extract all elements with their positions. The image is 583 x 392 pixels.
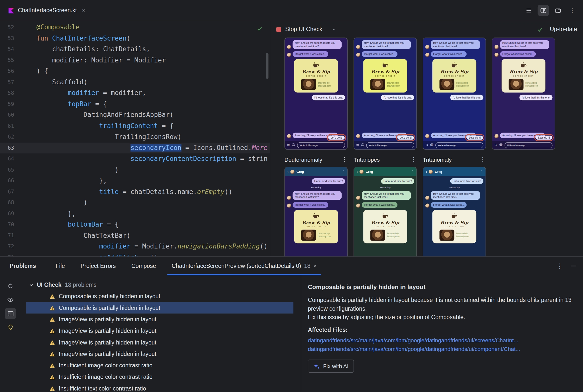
add-icon[interactable]: ⊕: [287, 144, 290, 147]
problem-item[interactable]: ImageView is partially hidden in layout: [26, 348, 294, 360]
chevron-down-icon[interactable]: [29, 282, 34, 287]
editor-scrollbar[interactable]: [266, 53, 268, 79]
line-number[interactable]: 66: [0, 175, 21, 186]
line-number[interactable]: 57: [0, 76, 21, 88]
close-tab-icon[interactable]: ×: [82, 8, 85, 14]
add-icon[interactable]: ⊕: [494, 144, 497, 147]
split-editor-icon[interactable]: [538, 5, 549, 16]
problem-item[interactable]: ImageView is partially hidden in layout: [26, 325, 294, 336]
code-line[interactable]: 53fun ChatInterfaceScreen(: [0, 33, 270, 44]
code-editor[interactable]: 52@Composable53fun ChatInterfaceScreen(5…: [0, 21, 270, 256]
line-number[interactable]: 73: [0, 252, 21, 256]
line-number[interactable]: 71: [0, 230, 21, 241]
problem-item[interactable]: Insufficient image color contrast ratio: [26, 371, 294, 382]
tab-file[interactable]: File: [48, 257, 73, 275]
tab-compose[interactable]: Compose: [123, 257, 164, 275]
phone-preview[interactable]: ‹Greg⋮Haha, next time for sure!Yesterday…: [423, 167, 486, 256]
code-line[interactable]: 62 TrailingIconsRow(: [0, 132, 270, 142]
message-input-bar[interactable]: ⊕☺Write A Message: [423, 141, 486, 149]
more-options-icon[interactable]: ⋮: [557, 262, 563, 270]
problem-item[interactable]: ImageView is partially hidden in layout: [26, 336, 294, 348]
code-line[interactable]: 59 topBar = {: [0, 99, 270, 110]
minimize-icon[interactable]: [571, 266, 576, 266]
message-input[interactable]: Write A Message: [366, 142, 414, 148]
kebab-menu-icon[interactable]: ⋮: [341, 156, 348, 163]
ui-check-group[interactable]: UI Check 18 problems: [21, 279, 301, 290]
back-icon[interactable]: ‹: [425, 170, 427, 174]
layout-validation-icon[interactable]: [552, 5, 563, 16]
code-line[interactable]: 64 secondaryContentDescription = strin: [0, 154, 270, 164]
line-number[interactable]: 63: [0, 142, 21, 154]
line-number[interactable]: 54: [0, 44, 21, 55]
file-tab[interactable]: ChatInterfaceScreen.kt ×: [5, 0, 88, 21]
problem-item[interactable]: Composable is partially hidden in layout: [26, 302, 294, 314]
code-line[interactable]: 63 secondaryIcon = Icons.Outlined.More: [0, 142, 270, 154]
code-line[interactable]: 65 ): [0, 164, 270, 175]
stop-ui-check-button[interactable]: Stop UI Check: [285, 26, 322, 33]
line-number[interactable]: 70: [0, 219, 21, 230]
problems-title[interactable]: Problems: [7, 263, 39, 270]
tab-project-errors[interactable]: Project Errors: [73, 257, 123, 275]
inspections-ok-icon[interactable]: [257, 26, 263, 32]
code-line[interactable]: 72 modifier = Modifier.navigationBarsPad…: [0, 241, 270, 252]
line-number[interactable]: 52: [0, 22, 21, 33]
emoji-icon[interactable]: ☺: [430, 144, 433, 147]
phone-preview[interactable]: Hey! Should we go to that cafe you menti…: [284, 38, 348, 150]
preview-eye-icon[interactable]: [5, 294, 16, 306]
code-line[interactable]: 61 trailingContent = {: [0, 121, 270, 132]
emoji-icon[interactable]: ☺: [361, 144, 364, 147]
message-input[interactable]: Write A Message: [297, 142, 345, 148]
refresh-icon[interactable]: [5, 280, 16, 292]
quickfix-bulb-icon[interactable]: [5, 322, 16, 333]
code-line[interactable]: 57 Scaffold(: [0, 76, 270, 88]
problem-item[interactable]: Composable is partially hidden in layout: [26, 290, 294, 302]
code-line[interactable]: 55 modifier: Modifier = Modifier: [0, 55, 270, 66]
line-number[interactable]: 67: [0, 186, 21, 197]
phone-preview[interactable]: Hey! Should we go to that cafe you menti…: [492, 38, 555, 150]
emoji-icon[interactable]: ☺: [499, 144, 503, 147]
affected-file-link[interactable]: datingandfriends/src/main/java/com/ibm/g…: [308, 336, 574, 344]
line-number[interactable]: 61: [0, 121, 21, 132]
emoji-icon[interactable]: ☺: [292, 144, 295, 147]
phone-preview[interactable]: ‹Greg⋮Haha, next time for sure!Yesterday…: [284, 167, 348, 256]
line-number[interactable]: 64: [0, 154, 21, 164]
phone-preview[interactable]: Hey! Should we go to that cafe you menti…: [354, 38, 417, 150]
kebab-menu-icon[interactable]: ⋮: [480, 156, 486, 163]
line-number[interactable]: 55: [0, 55, 21, 66]
message-input-bar[interactable]: ⊕☺Write A Message: [354, 141, 416, 149]
tab-preview-active[interactable]: ChatInterfaceScreenPreview (sortedChatDe…: [164, 257, 324, 275]
code-line[interactable]: 58 modifier = modifier,: [0, 88, 270, 98]
code-line[interactable]: 52@Composable: [0, 22, 270, 33]
more-options-icon[interactable]: ⋮: [566, 5, 578, 16]
code-line[interactable]: 54 chatDetails: ChatDetails,: [0, 44, 270, 55]
line-number[interactable]: 68: [0, 197, 21, 208]
message-input-bar[interactable]: ⊕☺Write A Message: [492, 141, 555, 149]
kebab-menu-icon[interactable]: ⋮: [411, 170, 414, 174]
code-line[interactable]: 73 onAddClick = {}: [0, 252, 270, 256]
kebab-menu-icon[interactable]: ⋮: [342, 170, 345, 174]
line-number[interactable]: 65: [0, 164, 21, 175]
code-line[interactable]: 60 DatingAndFriendsAppBar(: [0, 110, 270, 121]
code-line[interactable]: 56) {: [0, 66, 270, 76]
code-line[interactable]: 66 },: [0, 175, 270, 186]
problem-item[interactable]: ImageView is partially hidden in layout: [26, 314, 294, 325]
code-line[interactable]: 67 title = chatDetails.name.orEmpty(): [0, 186, 270, 197]
line-number[interactable]: 72: [0, 241, 21, 252]
phone-preview[interactable]: Hey! Should we go to that cafe you menti…: [423, 38, 486, 150]
code-line[interactable]: 68 ): [0, 197, 270, 208]
details-view-icon[interactable]: [5, 308, 16, 319]
code-line[interactable]: 70 bottomBar = {: [0, 219, 270, 230]
message-input-bar[interactable]: ⊕☺Write A Message: [285, 141, 347, 149]
back-icon[interactable]: ‹: [356, 170, 358, 174]
line-number[interactable]: 69: [0, 208, 21, 219]
line-number[interactable]: 62: [0, 132, 21, 142]
stop-icon[interactable]: [276, 27, 281, 32]
chevron-down-icon[interactable]: [332, 27, 336, 32]
back-icon[interactable]: ‹: [287, 170, 289, 174]
line-number[interactable]: 56: [0, 66, 21, 76]
line-number[interactable]: 60: [0, 110, 21, 121]
line-number[interactable]: 58: [0, 88, 21, 98]
message-input[interactable]: Write A Message: [435, 142, 483, 148]
add-icon[interactable]: ⊕: [425, 144, 428, 147]
affected-file-link[interactable]: datingandfriends/src/main/java/com/ibm/g…: [308, 344, 574, 353]
